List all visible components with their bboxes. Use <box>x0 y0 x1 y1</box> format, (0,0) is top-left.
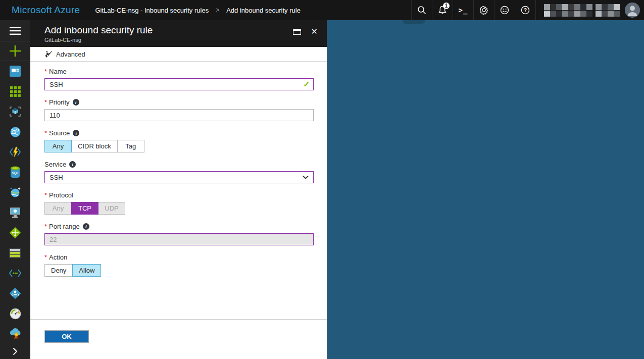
source-label: * Source i <box>44 129 314 137</box>
svg-text:SQL: SQL <box>12 171 18 175</box>
required-asterisk: * <box>44 68 47 75</box>
name-label: * Name <box>44 68 314 75</box>
priority-input[interactable] <box>44 109 314 121</box>
field-service: Service i SSH <box>44 161 314 183</box>
close-icon[interactable]: ✕ <box>311 28 318 36</box>
port-range-label: * Port range i <box>44 223 314 230</box>
notification-count-badge: 1 <box>443 3 450 9</box>
maximize-icon[interactable] <box>293 29 301 35</box>
priority-label: * Priority i <box>44 98 314 106</box>
cosmos-db-icon[interactable] <box>0 182 30 202</box>
action-option-allow[interactable]: Allow <box>72 264 101 277</box>
user-area[interactable] <box>535 0 644 20</box>
svg-text:?: ? <box>524 8 527 13</box>
settings-icon[interactable] <box>473 0 494 20</box>
field-priority: * Priority i <box>44 98 314 121</box>
valid-check-icon: ✓ <box>303 80 310 89</box>
avatar[interactable] <box>625 3 640 18</box>
chevron-down-icon <box>303 175 309 179</box>
action-toggle-group: Deny Allow <box>44 264 314 277</box>
action-label: * Action <box>44 253 314 261</box>
port-range-input <box>44 233 314 245</box>
redacted-user-info <box>544 4 620 17</box>
source-option-cidr-block[interactable]: CIDR block <box>71 140 118 152</box>
function-apps-icon[interactable] <box>0 142 30 162</box>
add-inbound-security-rule-panel: Add inbound security rule GitLab-CE-nsg … <box>30 20 327 359</box>
panel-header: Add inbound security rule GitLab-CE-nsg … <box>30 20 327 47</box>
topbar-actions: 1 >_ ? <box>411 0 644 20</box>
source-option-tag[interactable]: Tag <box>117 140 144 152</box>
dashboard-background <box>327 20 644 359</box>
panel-body: * Name ✓ * Priority i * Source <box>30 62 327 319</box>
breadcrumb-parent[interactable]: GitLab-CE-nsg - Inbound security rules <box>95 7 209 14</box>
active-directory-icon[interactable] <box>0 283 30 303</box>
panel-footer: OK <box>30 319 327 359</box>
source-option-any[interactable]: Any <box>44 140 72 152</box>
field-port-range: * Port range i <box>44 223 314 245</box>
left-sidebar: SQL <box>0 20 30 359</box>
info-icon[interactable]: i <box>83 223 89 230</box>
dashboard-tab-notch <box>403 20 425 24</box>
advanced-button[interactable]: Advanced <box>45 50 85 58</box>
dashboard-icon[interactable] <box>0 61 30 81</box>
service-label: Service i <box>44 161 314 168</box>
tools-icon <box>45 50 53 58</box>
sql-databases-icon[interactable]: SQL <box>0 162 30 182</box>
all-resources-cube-icon[interactable] <box>0 101 30 122</box>
protocol-option-udp: UDP <box>98 202 125 215</box>
storage-accounts-icon[interactable] <box>0 243 30 263</box>
service-select-value: SSH <box>49 174 63 181</box>
protocol-option-any: Any <box>44 202 72 215</box>
service-select[interactable]: SSH <box>44 171 314 183</box>
info-icon[interactable]: i <box>73 99 79 106</box>
breadcrumb-current: Add inbound security rule <box>226 7 301 14</box>
panel-title: Add inbound security rule <box>44 24 319 36</box>
notifications-icon[interactable]: 1 <box>432 0 453 20</box>
breadcrumb: GitLab-CE-nsg - Inbound security rules >… <box>95 7 300 14</box>
field-action: * Action Deny Allow <box>44 253 314 277</box>
field-source: * Source i Any CIDR block Tag <box>44 129 314 152</box>
info-icon[interactable]: i <box>69 161 76 168</box>
required-asterisk: * <box>44 223 47 230</box>
advisor-icon[interactable] <box>0 324 30 344</box>
virtual-networks-icon[interactable] <box>0 263 30 283</box>
protocol-option-tcp: TCP <box>71 202 98 215</box>
azure-logo[interactable]: Microsoft Azure <box>12 5 80 16</box>
required-asterisk: * <box>44 98 47 106</box>
new-plus-icon[interactable] <box>0 41 30 61</box>
help-icon[interactable]: ? <box>515 0 535 20</box>
panel-toolbar: Advanced <box>30 47 327 62</box>
advanced-label: Advanced <box>56 50 85 58</box>
search-icon[interactable] <box>411 0 432 20</box>
required-asterisk: * <box>44 191 47 199</box>
app-services-globe-icon[interactable] <box>0 122 30 142</box>
virtual-machines-icon[interactable] <box>0 202 30 223</box>
load-balancers-icon[interactable] <box>0 223 30 243</box>
info-icon[interactable]: i <box>73 130 79 136</box>
breadcrumb-separator-icon: > <box>216 7 219 14</box>
all-services-grid-icon[interactable] <box>0 81 30 101</box>
cloud-shell-icon[interactable]: >_ <box>453 0 473 20</box>
feedback-icon[interactable] <box>494 0 515 20</box>
monitor-icon[interactable] <box>0 303 30 324</box>
field-protocol: * Protocol Any TCP UDP <box>44 191 314 215</box>
required-asterisk: * <box>44 129 47 137</box>
name-input[interactable] <box>44 78 314 90</box>
action-option-deny[interactable]: Deny <box>44 264 73 277</box>
protocol-toggle-group: Any TCP UDP <box>44 202 314 215</box>
hamburger-menu-icon[interactable] <box>0 20 30 41</box>
protocol-label: * Protocol <box>44 191 314 199</box>
panel-subtitle: GitLab-CE-nsg <box>44 37 319 43</box>
expand-chevron-icon[interactable] <box>0 344 30 359</box>
field-name: * Name ✓ <box>44 68 314 90</box>
required-asterisk: * <box>44 253 47 261</box>
ok-button[interactable]: OK <box>44 330 89 343</box>
top-bar: Microsoft Azure GitLab-CE-nsg - Inbound … <box>0 0 644 20</box>
source-toggle-group: Any CIDR block Tag <box>44 140 314 152</box>
